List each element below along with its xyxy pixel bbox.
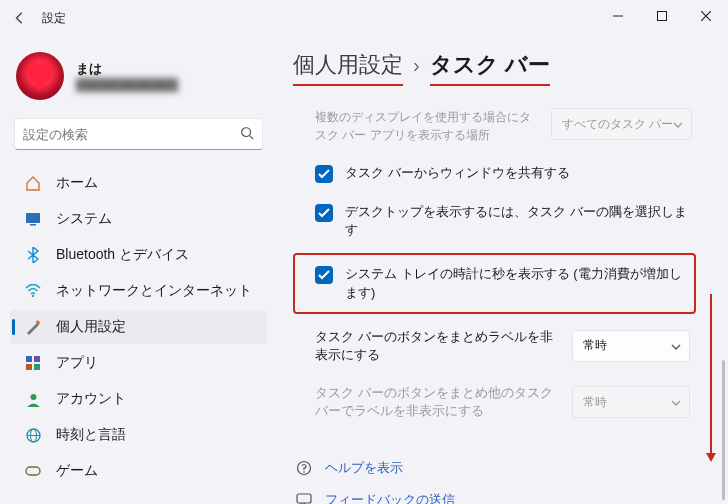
underline-mark (430, 84, 550, 86)
nav-label: Bluetooth とデバイス (56, 246, 189, 264)
nav-item-personalization[interactable]: 個人用設定 (10, 310, 267, 344)
main-content: 個人用設定 › タスク バー 複数のディスプレイを使用する場合にタスク バー ア… (275, 36, 728, 504)
option-seconds-in-clock[interactable]: システム トレイの時計に秒を表示する (電力消費が増加します) (293, 253, 696, 313)
nav-item-gaming[interactable]: ゲーム (10, 454, 267, 488)
checkbox-checked[interactable] (315, 266, 333, 284)
gaming-icon (24, 462, 42, 480)
checkbox-checked[interactable] (315, 204, 333, 222)
option-label: システム トレイの時計に秒を表示する (電力消費が増加します) (345, 265, 688, 301)
search-input[interactable] (23, 127, 240, 142)
footer-links: ヘルプを表示 フィードバックの送信 (293, 459, 696, 505)
bluetooth-icon (24, 246, 42, 264)
nav-item-accounts[interactable]: アカウント (10, 382, 267, 416)
system-icon (24, 210, 42, 228)
nav-label: ホーム (56, 174, 98, 192)
svg-point-2 (242, 127, 251, 136)
svg-rect-8 (26, 356, 32, 362)
svg-rect-11 (34, 364, 40, 370)
breadcrumb-parent[interactable]: 個人用設定 (293, 50, 403, 80)
wifi-icon (24, 282, 42, 300)
option-label: デスクトップを表示するには、タスク バーの隅を選択します (345, 203, 690, 239)
chevron-down-icon (671, 395, 681, 409)
svg-rect-4 (26, 213, 40, 223)
svg-point-12 (30, 394, 36, 400)
setting-label: タスク バーのボタンをまとめラベルを非表示にする (315, 328, 560, 364)
feedback-icon (295, 491, 313, 505)
nav-label: 時刻と言語 (56, 426, 126, 444)
sidebar: まは ████████████ ホーム システム (0, 36, 275, 504)
svg-line-3 (250, 135, 254, 139)
multi-display-dropdown: すべてのタスク バー (551, 108, 692, 140)
minimize-button[interactable] (596, 0, 640, 32)
nav-item-apps[interactable]: アプリ (10, 346, 267, 380)
nav-item-home[interactable]: ホーム (10, 166, 267, 200)
nav-label: ネットワークとインターネット (56, 282, 252, 300)
search-box[interactable] (14, 118, 263, 150)
user-name: まは (76, 60, 236, 78)
nav-label: 個人用設定 (56, 318, 126, 336)
option-share-window[interactable]: タスク バーからウィンドウを共有する (293, 154, 696, 193)
nav: ホーム システム Bluetooth とデバイス ネットワークとインターネット … (10, 166, 267, 488)
combine-buttons-setting: タスク バーのボタンをまとめラベルを非表示にする 常時 (293, 318, 696, 374)
help-icon (295, 459, 313, 477)
svg-rect-5 (30, 224, 36, 226)
combine-dropdown[interactable]: 常時 (572, 330, 690, 362)
back-button[interactable] (6, 4, 34, 32)
feedback-link[interactable]: フィードバックの送信 (295, 491, 696, 505)
combine-other-dropdown: 常時 (572, 386, 690, 418)
scrollbar-thumb[interactable] (722, 360, 725, 500)
maximize-button[interactable] (640, 0, 684, 32)
chevron-down-icon (671, 339, 681, 353)
nav-item-timelang[interactable]: 時刻と言語 (10, 418, 267, 452)
nav-label: アプリ (56, 354, 98, 372)
dropdown-value: 常時 (583, 394, 607, 411)
underline-mark (293, 84, 403, 86)
nav-item-bluetooth[interactable]: Bluetooth とデバイス (10, 238, 267, 272)
dropdown-value: すべてのタスク バー (562, 116, 673, 133)
annotation-arrow (710, 294, 712, 456)
close-button[interactable] (684, 0, 728, 32)
link-text: フィードバックの送信 (325, 491, 455, 505)
dropdown-value: 常時 (583, 337, 607, 354)
option-show-desktop[interactable]: デスクトップを表示するには、タスク バーの隅を選択します (293, 193, 696, 249)
svg-rect-9 (34, 356, 40, 362)
apps-icon (24, 354, 42, 372)
paint-icon (24, 318, 42, 336)
svg-rect-19 (297, 494, 311, 503)
nav-item-system[interactable]: システム (10, 202, 267, 236)
multi-display-label: 複数のディスプレイを使用する場合にタスク バー アプリを表示する場所 (315, 108, 539, 144)
avatar (16, 52, 64, 100)
breadcrumb-current: タスク バー (430, 50, 550, 80)
chevron-right-icon: › (413, 54, 420, 77)
nav-label: システム (56, 210, 112, 228)
user-block[interactable]: まは ████████████ (10, 46, 267, 118)
help-link[interactable]: ヘルプを表示 (295, 459, 696, 477)
checkbox-checked[interactable] (315, 165, 333, 183)
svg-rect-10 (26, 364, 32, 370)
chevron-down-icon (673, 117, 683, 131)
nav-item-network[interactable]: ネットワークとインターネット (10, 274, 267, 308)
account-icon (24, 390, 42, 408)
svg-point-6 (32, 295, 34, 297)
combine-other-setting: タスク バーのボタンをまとめ他のタスク バーでラベルを非表示にする 常時 (293, 374, 696, 430)
multi-display-setting: 複数のディスプレイを使用する場合にタスク バー アプリを表示する場所 すべてのタ… (293, 102, 696, 154)
link-text: ヘルプを表示 (325, 459, 403, 477)
setting-label: タスク バーのボタンをまとめ他のタスク バーでラベルを非表示にする (315, 384, 560, 420)
titlebar: 設定 (0, 0, 728, 36)
option-label: タスク バーからウィンドウを共有する (345, 164, 570, 182)
home-icon (24, 174, 42, 192)
svg-point-18 (303, 471, 305, 473)
nav-label: ゲーム (56, 462, 98, 480)
window-title: 設定 (42, 10, 66, 27)
svg-rect-1 (658, 12, 667, 21)
globe-icon (24, 426, 42, 444)
nav-label: アカウント (56, 390, 126, 408)
breadcrumb: 個人用設定 › タスク バー (293, 50, 700, 80)
svg-rect-16 (26, 467, 40, 475)
search-icon (240, 126, 254, 143)
user-email: ████████████ (76, 78, 236, 92)
